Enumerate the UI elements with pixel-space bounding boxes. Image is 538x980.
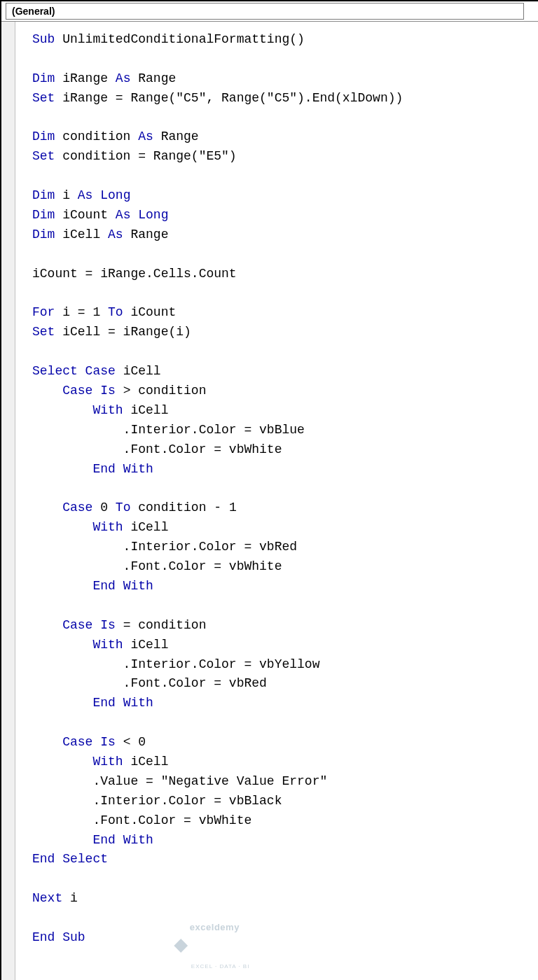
code-token: > condition: [116, 384, 207, 398]
keyword-token: Long: [100, 188, 130, 202]
code-token: iRange: [55, 71, 115, 85]
keyword-token: Set: [32, 91, 55, 105]
keyword-token: Dim: [32, 130, 55, 144]
keyword-token: End With: [92, 462, 153, 476]
code-token: [32, 735, 62, 749]
keyword-token: With: [92, 755, 123, 769]
code-token: [32, 520, 92, 534]
code-token: [32, 462, 92, 476]
code-token: [32, 833, 92, 847]
code-token: [32, 696, 92, 710]
code-token: .Value = "Negative Value Error": [32, 774, 327, 788]
code-token: UnlimitedConditionalFormatting(): [55, 32, 304, 46]
keyword-token: Case: [62, 500, 92, 514]
keyword-token: As: [108, 227, 123, 241]
code-token: iCell: [123, 520, 169, 534]
keyword-token: Select Case: [32, 364, 116, 378]
keyword-token: As: [116, 208, 131, 222]
code-token: condition: [55, 130, 138, 144]
keyword-token: For: [32, 305, 55, 319]
code-token: iCount: [55, 208, 115, 222]
keyword-token: End With: [92, 579, 153, 593]
keyword-token: End Sub: [32, 930, 85, 944]
code-token: .Font.Color = vbRed: [32, 676, 267, 690]
code-token: iCount = iRange.Cells.Count: [32, 267, 237, 281]
keyword-token: Dim: [32, 227, 55, 241]
code-token: .Font.Color = vbWhite: [32, 813, 251, 827]
code-token: [32, 638, 92, 652]
code-token: iCell = iRange(i): [55, 325, 191, 339]
keyword-token: Dim: [32, 208, 55, 222]
keyword-token: Next: [32, 891, 62, 905]
code-token: iCell: [123, 403, 169, 417]
keyword-token: End Select: [32, 852, 108, 866]
code-token: 0: [92, 500, 115, 514]
code-token: [32, 403, 92, 417]
code-token: .Interior.Color = vbBlack: [32, 794, 282, 808]
keyword-token: End With: [92, 696, 153, 710]
code-token: = condition: [116, 618, 207, 632]
code-token: .Font.Color = vbWhite: [32, 442, 282, 456]
code-token: [32, 500, 62, 514]
keyword-token: Set: [32, 325, 55, 339]
object-dropdown-bar: (General): [1, 1, 538, 22]
editor-area: Sub UnlimitedConditionalFormatting() Dim…: [1, 22, 538, 980]
keyword-token: Case Is: [62, 384, 116, 398]
code-token: Range: [130, 71, 176, 85]
watermark-sub: EXCEL · DATA · BI: [191, 962, 250, 971]
keyword-token: Dim: [32, 71, 55, 85]
code-token: iCell: [55, 227, 108, 241]
keyword-token: As: [116, 71, 131, 85]
keyword-token: Dim: [32, 188, 55, 202]
code-token: Range: [123, 227, 169, 241]
keyword-token: Set: [32, 149, 55, 163]
keyword-token: Case Is: [62, 735, 116, 749]
code-token: condition = Range("E5"): [55, 149, 236, 163]
code-token: .Font.Color = vbWhite: [32, 559, 282, 573]
keyword-token: To: [116, 500, 131, 514]
keyword-token: Case Is: [62, 618, 116, 632]
code-token: .Interior.Color = vbBlue: [32, 423, 305, 437]
code-token: i: [55, 188, 77, 202]
vba-editor-frame: (General) Sub UnlimitedConditionalFormat…: [0, 0, 538, 980]
code-token: i = 1: [55, 305, 108, 319]
code-token: Range: [153, 130, 199, 144]
code-token: [92, 188, 100, 202]
keyword-token: With: [92, 638, 123, 652]
logo-icon: [174, 939, 188, 953]
code-token: iCount: [123, 305, 177, 319]
keyword-token: As: [138, 130, 153, 144]
margin-indicator-bar[interactable]: [1, 22, 15, 980]
code-token: < 0: [116, 735, 146, 749]
code-token: [32, 618, 62, 632]
code-token: i: [62, 891, 78, 905]
code-token: [32, 384, 62, 398]
code-token: .Interior.Color = vbRed: [32, 540, 297, 554]
code-token: [32, 579, 92, 593]
code-pane[interactable]: Sub UnlimitedConditionalFormatting() Dim…: [15, 22, 410, 980]
keyword-token: Long: [138, 208, 168, 222]
keyword-token: End With: [92, 833, 153, 847]
object-dropdown[interactable]: (General): [6, 3, 524, 20]
keyword-token: As: [78, 188, 93, 202]
code-token: iCell: [116, 364, 161, 378]
watermark: exceldemy EXCEL · DATA · BI: [176, 892, 250, 980]
keyword-token: To: [108, 305, 123, 319]
code-token: [130, 208, 138, 222]
code-token: [32, 755, 92, 769]
code-token: condition - 1: [130, 500, 236, 514]
code-token: iCell: [123, 638, 169, 652]
keyword-token: With: [92, 403, 123, 417]
watermark-main: exceldemy: [190, 920, 250, 934]
code-token: iCell: [123, 755, 169, 769]
keyword-token: With: [92, 520, 123, 534]
keyword-token: Sub: [32, 32, 55, 46]
code-token: iRange = Range("C5", Range("C5").End(xlD…: [55, 91, 403, 105]
code-token: .Interior.Color = vbYellow: [32, 657, 319, 671]
